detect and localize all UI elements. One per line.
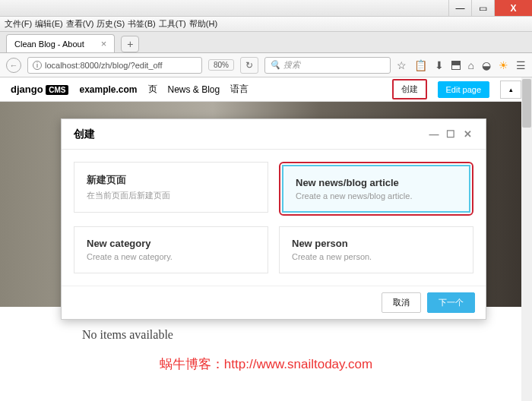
window-titlebar: — ▭ X (0, 0, 532, 17)
url-field[interactable]: i localhost:8000/zh/blog/?edit_off (27, 57, 202, 74)
window-close-button[interactable]: X (494, 0, 532, 16)
modal-footer: 取消 下一个 (62, 286, 486, 319)
card-desc: Create a new person. (292, 252, 461, 261)
star-icon[interactable]: ☆ (397, 59, 407, 71)
cms-toolbar: django CMS example.com 页 News & Blog 语言 … (0, 77, 532, 102)
cms-logo: django CMS (11, 84, 68, 95)
card-title: New category (87, 238, 255, 249)
search-placeholder: 搜索 (283, 59, 300, 71)
menu-file[interactable]: 文件(F) (5, 18, 32, 30)
card-desc: 在当前页面后新建页面 (87, 190, 255, 201)
menubar: 文件(F) 编辑(E) 查看(V) 历史(S) 书签(B) 工具(T) 帮助(H… (0, 17, 532, 32)
card-new-article[interactable]: New news/blog article Create a new news/… (282, 165, 470, 213)
cms-site[interactable]: example.com (79, 84, 137, 95)
card-desc: Create a new category. (87, 252, 255, 261)
sun-icon[interactable]: ☀ (499, 59, 508, 71)
watermark-link[interactable]: http://www.snailtoday.com (224, 357, 372, 371)
menu-icon[interactable]: ☰ (516, 59, 526, 71)
toolbar-dropdown[interactable]: ▴ (500, 81, 521, 99)
url-text: localhost:8000/zh/blog/?edit_off (45, 61, 163, 70)
scrollbar-thumb[interactable] (522, 79, 531, 128)
modal-maximize-icon[interactable]: ☐ (445, 128, 457, 141)
edit-page-button[interactable]: Edit page (438, 81, 489, 98)
menu-edit[interactable]: 编辑(E) (35, 18, 63, 30)
menu-tools[interactable]: 工具(T) (159, 18, 186, 30)
cancel-button[interactable]: 取消 (382, 292, 421, 313)
card-title: New news/blog article (296, 177, 457, 188)
browser-toolbar: ← i localhost:8000/zh/blog/?edit_off 80%… (0, 53, 532, 77)
card-title: 新建页面 (87, 173, 255, 187)
menu-view[interactable]: 查看(V) (66, 18, 94, 30)
reload-button[interactable]: ↻ (240, 57, 258, 74)
menu-bookmarks[interactable]: 书签(B) (128, 18, 156, 30)
card-title: New person (292, 238, 461, 249)
modal-title: 创建 (74, 128, 95, 141)
window-minimize-button[interactable]: — (448, 0, 471, 16)
back-button[interactable]: ← (6, 58, 21, 73)
clipboard-icon[interactable]: 📋 (414, 59, 427, 71)
search-field[interactable]: 🔍 搜索 (264, 57, 391, 74)
card-new-page[interactable]: 新建页面 在当前页面后新建页面 (74, 162, 268, 213)
new-tab-button[interactable]: + (121, 36, 139, 52)
tab-title: Clean Blog - About (14, 39, 84, 49)
home-icon[interactable]: ⌂ (468, 59, 474, 71)
card-new-category[interactable]: New category Create a new category. (74, 226, 268, 273)
menu-help[interactable]: 帮助(H) (189, 18, 217, 30)
cms-nav-lang[interactable]: 语言 (230, 83, 249, 96)
card-desc: Create a new news/blog article. (296, 191, 457, 200)
modal-close-icon[interactable]: ✕ (461, 128, 473, 141)
no-items-text: No items available (82, 328, 173, 342)
card-new-person[interactable]: New person Create a new person. (279, 226, 473, 273)
modal-minimize-icon[interactable]: — (428, 128, 440, 141)
create-button[interactable]: 创建 (392, 79, 427, 99)
menu-history[interactable]: 历史(S) (97, 18, 125, 30)
toolbar-icons: ☆ 📋 ⬇ ⌂ ◒ ☀ ☰ (397, 59, 526, 71)
zoom-level[interactable]: 80% (208, 59, 234, 71)
window-maximize-button[interactable]: ▭ (471, 0, 494, 16)
download-icon[interactable]: ⬇ (435, 59, 444, 71)
watermark: 蜗牛博客：http://www.snailtoday.com (0, 355, 532, 373)
modal-header: 创建 — ☐ ✕ (62, 119, 486, 150)
browser-tab[interactable]: Clean Blog - About × (6, 34, 115, 52)
search-icon: 🔍 (270, 60, 280, 70)
next-button[interactable]: 下一个 (427, 292, 475, 313)
info-icon[interactable]: i (33, 61, 42, 70)
browser-tabbar: Clean Blog - About × + (0, 32, 532, 53)
modal-body: 新建页面 在当前页面后新建页面 New news/blog article Cr… (62, 150, 486, 286)
cms-nav-page[interactable]: 页 (148, 83, 157, 96)
contrast-icon[interactable] (451, 61, 461, 70)
create-modal: 创建 — ☐ ✕ 新建页面 在当前页面后新建页面 New news/blog a… (61, 118, 486, 320)
pocket-icon[interactable]: ◒ (482, 59, 491, 71)
tab-close-icon[interactable]: × (101, 38, 107, 49)
cms-nav-news[interactable]: News & Blog (168, 84, 220, 95)
